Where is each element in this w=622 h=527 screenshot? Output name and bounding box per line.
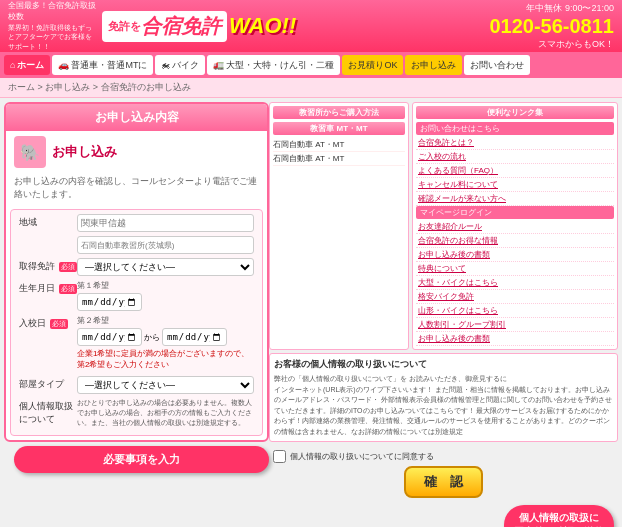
- entry-field-content: 第２希望 から 企業1希望に定員が満の場合がございますので、第2希望もご入力くだ…: [77, 315, 254, 372]
- link-item-4[interactable]: キャンセル料について: [416, 178, 614, 192]
- area-row: 地域: [19, 214, 254, 232]
- entry-to-input[interactable]: [162, 328, 227, 346]
- content-area: お申し込み内容 🐘 お申し込み お申し込みの内容を確認し、コールセンターより電話…: [0, 98, 622, 527]
- entry-date-row: から: [77, 328, 254, 346]
- bike-icon: 🏍: [161, 60, 170, 70]
- nav-car[interactable]: 🚗 普通車・普通MTに: [52, 55, 153, 75]
- checkbox-label: 個人情報の取り扱いについてに同意する: [290, 451, 434, 462]
- entry-from-input[interactable]: [77, 328, 142, 346]
- terms-intro: 弊社の「個人情報の取り扱いについて」を お読みいただき、御意見するに: [274, 374, 613, 385]
- link-item-5[interactable]: 確認メールが来ない方へ: [416, 192, 614, 206]
- left-column: お申し込み内容 🐘 お申し込み お申し込みの内容を確認し、コールセンターより電話…: [4, 102, 269, 527]
- form-header: お申し込み内容: [6, 104, 267, 131]
- callout-left-wrap: 必要事項を入力: [4, 442, 269, 473]
- phone-sp: スマホからもOK！: [489, 38, 614, 51]
- logo-main: 免許を 合宿免許: [102, 11, 227, 42]
- entry-row: 入校日 必須 第２希望 から 企業1希望に定員が満の場合がございますので、第2希…: [19, 315, 254, 372]
- link-item-0[interactable]: お問い合わせはこちら: [416, 122, 614, 135]
- page-wrapper: 全国最多！合宿免許取扱校数 業界初！免許取得後もずっとアフターケアでお客様をサポ…: [0, 0, 622, 527]
- link-item-15[interactable]: お申し込み後の書類: [416, 332, 614, 346]
- school-label: [19, 236, 77, 238]
- header: 全国最多！合宿免許取扱校数 業界初！免許取得後もずっとアフターケアでお客様をサポ…: [0, 0, 622, 52]
- link-item-14[interactable]: 人数割引・グループ割引: [416, 318, 614, 332]
- callout-left-bubble: 必要事項を入力: [14, 446, 269, 473]
- school-row: [19, 236, 254, 254]
- room-select[interactable]: —選択してください—: [77, 376, 254, 394]
- school-input[interactable]: [77, 236, 254, 254]
- link-item-11[interactable]: 大型・バイクはこちら: [416, 276, 614, 290]
- confirm-button-wrap: 確 認: [273, 466, 614, 498]
- nav-contact[interactable]: お問い合わせ: [464, 55, 530, 75]
- home-icon: ⌂: [10, 60, 15, 70]
- terms-body: インターネット(URL表示)のワイプ下さいいます！ また問題・相当に情報を掲載し…: [274, 385, 613, 438]
- header-phone: 年中無休 9:00〜21:00 0120-56-0811 スマホからもOK！: [489, 2, 614, 51]
- link-item-10[interactable]: 特典について: [416, 262, 614, 276]
- privacy-desc: おひとりでお申し込みの場合は必要ありません。複数人でお申し込みの場合、お相手の方…: [77, 398, 254, 427]
- area-input[interactable]: [77, 214, 254, 232]
- room-label: 部屋タイプ: [19, 376, 77, 391]
- entry-note: 企業1希望に定員が満の場合がございますので、第2希望もご入力ください: [77, 348, 254, 370]
- birthday-row: 生年月日 必須 第１希望: [19, 280, 254, 311]
- nav-home[interactable]: ⌂ ホーム: [4, 55, 50, 75]
- link-item-3[interactable]: よくある質問（FAQ）: [416, 164, 614, 178]
- nav-estimate[interactable]: お見積りOK: [342, 55, 403, 75]
- nav-apply[interactable]: お申し込み: [405, 55, 462, 75]
- confirm-button[interactable]: 確 認: [404, 466, 483, 498]
- area-field-content: [77, 214, 254, 232]
- logo-wao: WAO!!: [229, 13, 296, 39]
- checkbox-row: 個人情報の取り扱いについてに同意する: [273, 447, 614, 466]
- link-item-7[interactable]: お友達紹介ルール: [416, 220, 614, 234]
- callout-right-wrap: 個人情報の取扱に 同意後、確認・送信: [269, 503, 618, 527]
- links-panel-header: 便利なリンク集: [416, 106, 614, 119]
- nav-bike[interactable]: 🏍 バイク: [155, 55, 205, 75]
- license-panel: 教習所からご購入方法 教習車 MT・MT 石岡自動車 AT・MT 石岡自動車 A…: [269, 102, 409, 350]
- link-item-9[interactable]: お申し込み後の書類: [416, 248, 614, 262]
- entry-label: 入校日 必須: [19, 315, 77, 330]
- link-item-13[interactable]: 山形・バイクはこちら: [416, 304, 614, 318]
- license-label: 取得免許 必須: [19, 258, 77, 273]
- agree-checkbox[interactable]: [273, 450, 286, 463]
- link-item-8[interactable]: 合宿免許のお得な情報: [416, 234, 614, 248]
- entry-req-badge: 必須: [50, 319, 68, 329]
- license-option-1[interactable]: 石岡自動車 AT・MT: [273, 138, 405, 152]
- form-desc: お申し込みの内容を確認し、コールセンターより電話でご連絡いたします。: [6, 173, 267, 205]
- link-item-12[interactable]: 格安バイク免許: [416, 290, 614, 304]
- birthday-label: 生年月日 必須: [19, 280, 77, 295]
- room-row: 部屋タイプ —選択してください—: [19, 376, 254, 394]
- school-field-content: [77, 236, 254, 254]
- form-card: お申し込み内容 🐘 お申し込み お申し込みの内容を確認し、コールセンターより電話…: [4, 102, 269, 442]
- links-panel: 便利なリンク集 お問い合わせはこちら 合宿免許とは？ ご入校の流れ よくある質問…: [412, 102, 618, 350]
- form-page-title: お申し込み: [52, 143, 117, 161]
- breadcrumb: ホーム > お申し込み > 合宿免許のお申し込み: [0, 78, 622, 98]
- license-field-content: —選択してください—: [77, 258, 254, 276]
- link-item-6[interactable]: マイページログイン: [416, 206, 614, 219]
- large-icon: 🚛: [213, 60, 224, 70]
- form-title-area: 🐘 お申し込み: [6, 131, 267, 173]
- license-panel-header: 教習所からご購入方法: [273, 106, 405, 119]
- birthday1-label: 第１希望: [77, 280, 254, 291]
- birthday1-input[interactable]: [77, 293, 142, 311]
- area-label: 地域: [19, 214, 77, 229]
- birthday-field-content: 第１希望: [77, 280, 254, 311]
- license-select[interactable]: —選択してください—: [77, 258, 254, 276]
- phone-number: 0120-56-0811: [489, 15, 614, 38]
- privacy-row: 個人情報取扱について おひとりでお申し込みの場合は必要ありません。複数人でお申し…: [19, 398, 254, 427]
- link-item-2[interactable]: ご入校の流れ: [416, 150, 614, 164]
- right-top-panels: 教習所からご購入方法 教習車 MT・MT 石岡自動車 AT・MT 石岡自動車 A…: [269, 102, 618, 350]
- license-row: 取得免許 必須 —選択してください—: [19, 258, 254, 276]
- header-logo: 全国最多！合宿免許取扱校数 業界初！免許取得後もずっとアフターケアでお客様をサポ…: [8, 0, 296, 52]
- form-icon: 🐘: [14, 136, 46, 168]
- nav-large[interactable]: 🚛 大型・大特・けん引・二種: [207, 55, 340, 75]
- birthday-req-badge: 必須: [59, 284, 77, 294]
- checkbox-confirm-area: 個人情報の取り扱いについてに同意する 確 認: [269, 445, 618, 500]
- car-icon: 🚗: [58, 60, 69, 70]
- logo-top-text: 全国最多！合宿免許取扱校数 業界初！免許取得後もずっとアフターケアでお客様をサポ…: [8, 0, 98, 52]
- link-item-1[interactable]: 合宿免許とは？: [416, 136, 614, 150]
- license-option-2[interactable]: 石岡自動車 AT・MT: [273, 152, 405, 166]
- navbar: ⌂ ホーム 🚗 普通車・普通MTに 🏍 バイク 🚛 大型・大特・けん引・二種 お…: [0, 52, 622, 78]
- privacy-label: 個人情報取扱について: [19, 398, 77, 426]
- phone-hours: 年中無休 9:00〜21:00: [489, 2, 614, 15]
- callout-right-bubble: 個人情報の取扱に 同意後、確認・送信: [504, 505, 614, 527]
- license-select-title: 教習車 MT・MT: [273, 122, 405, 135]
- privacy-field-content: おひとりでお申し込みの場合は必要ありません。複数人でお申し込みの場合、お相手の方…: [77, 398, 254, 427]
